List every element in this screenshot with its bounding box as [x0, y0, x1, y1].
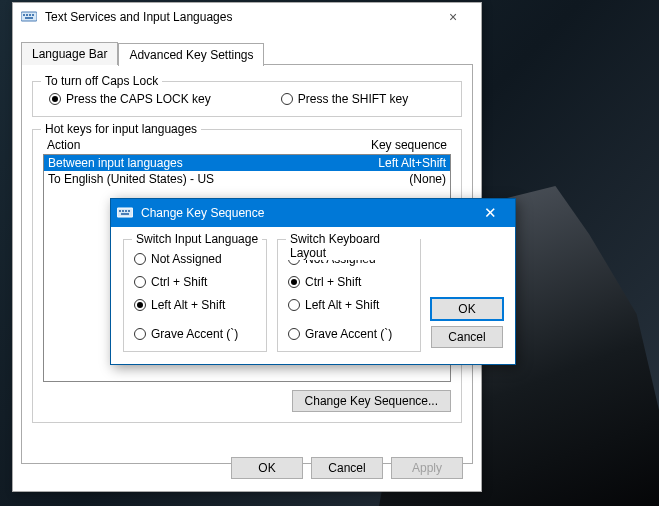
change-key-sequence-dialog: Change Key Sequence ✕ Switch Input Langu… [110, 198, 516, 365]
radio-label: Press the CAPS LOCK key [66, 92, 211, 106]
svg-rect-4 [32, 14, 34, 16]
radio-label: Left Alt + Shift [151, 298, 225, 312]
svg-rect-6 [117, 208, 133, 217]
radio-label: Ctrl + Shift [305, 275, 361, 289]
tab-strip: Language Bar Advanced Key Settings [21, 41, 473, 64]
radio-left-alt-shift[interactable]: Left Alt + Shift [288, 298, 410, 312]
button-label: Cancel [328, 461, 365, 475]
keyboard-icon [21, 9, 37, 25]
svg-rect-0 [21, 12, 37, 21]
tab-advanced-key-settings[interactable]: Advanced Key Settings [118, 43, 264, 66]
radio-icon [281, 93, 293, 105]
list-item-action: Between input languages [48, 156, 326, 170]
radio-icon [134, 253, 146, 265]
radio-ctrl-shift[interactable]: Ctrl + Shift [134, 275, 256, 289]
group-label: To turn off Caps Lock [41, 74, 162, 88]
cancel-button[interactable]: Cancel [431, 326, 503, 348]
modal-title: Change Key Sequence [141, 206, 471, 220]
tab-label: Language Bar [32, 47, 107, 61]
list-item-sequence: Left Alt+Shift [326, 156, 446, 170]
radio-icon [49, 93, 61, 105]
radio-icon [134, 276, 146, 288]
caps-lock-group: To turn off Caps Lock Press the CAPS LOC… [32, 81, 462, 117]
list-item[interactable]: Between input languages Left Alt+Shift [44, 155, 450, 171]
radio-icon [134, 299, 146, 311]
group-label: Hot keys for input languages [41, 122, 201, 136]
ok-button[interactable]: OK [231, 457, 303, 479]
svg-rect-1 [23, 14, 25, 16]
list-item-sequence: (None) [326, 172, 446, 186]
svg-rect-8 [122, 210, 124, 212]
radio-icon [288, 276, 300, 288]
radio-ctrl-shift[interactable]: Ctrl + Shift [288, 275, 410, 289]
keyboard-icon [117, 205, 133, 221]
radio-caps-lock[interactable]: Press the CAPS LOCK key [49, 92, 211, 106]
cancel-button[interactable]: Cancel [311, 457, 383, 479]
radio-icon [134, 328, 146, 340]
radio-left-alt-shift[interactable]: Left Alt + Shift [134, 298, 256, 312]
list-item[interactable]: To English (United States) - US (None) [44, 171, 450, 187]
svg-rect-11 [121, 213, 129, 215]
change-key-sequence-button[interactable]: Change Key Sequence... [292, 390, 451, 412]
radio-label: Left Alt + Shift [305, 298, 379, 312]
button-label: Cancel [448, 330, 485, 344]
svg-rect-5 [25, 17, 33, 19]
close-button[interactable]: ✕ [471, 204, 509, 222]
modal-title-bar: Change Key Sequence ✕ [111, 199, 515, 227]
radio-not-assigned[interactable]: Not Assigned [134, 252, 256, 266]
svg-rect-2 [26, 14, 28, 16]
svg-rect-3 [29, 14, 31, 16]
switch-input-language-group: Switch Input Language Not Assigned Ctrl … [123, 239, 267, 352]
column-header-sequence: Key sequence [327, 138, 447, 152]
ok-button[interactable]: OK [431, 298, 503, 320]
svg-rect-10 [128, 210, 130, 212]
radio-label: Grave Accent (`) [305, 327, 392, 341]
tab-label: Advanced Key Settings [129, 48, 253, 62]
column-header-action: Action [47, 138, 327, 152]
button-label: OK [458, 302, 475, 316]
list-item-action: To English (United States) - US [48, 172, 326, 186]
radio-grave-accent[interactable]: Grave Accent (`) [134, 327, 256, 341]
switch-keyboard-layout-group: Switch Keyboard Layout Not Assigned Ctrl… [277, 239, 421, 352]
title-bar: Text Services and Input Languages × [13, 3, 481, 31]
radio-label: Press the SHIFT key [298, 92, 408, 106]
svg-rect-7 [119, 210, 121, 212]
button-label: Change Key Sequence... [305, 394, 438, 408]
tab-language-bar[interactable]: Language Bar [21, 42, 118, 65]
group-label: Switch Input Language [132, 232, 262, 246]
svg-rect-9 [125, 210, 127, 212]
radio-grave-accent[interactable]: Grave Accent (`) [288, 327, 410, 341]
radio-shift-key[interactable]: Press the SHIFT key [281, 92, 408, 106]
radio-label: Not Assigned [151, 252, 222, 266]
close-button[interactable]: × [433, 9, 473, 25]
radio-label: Grave Accent (`) [151, 327, 238, 341]
group-label: Switch Keyboard Layout [286, 232, 420, 260]
radio-icon [288, 299, 300, 311]
radio-label: Ctrl + Shift [151, 275, 207, 289]
button-label: Apply [412, 461, 442, 475]
button-label: OK [258, 461, 275, 475]
radio-icon [288, 328, 300, 340]
dialog-title: Text Services and Input Languages [45, 10, 433, 24]
apply-button[interactable]: Apply [391, 457, 463, 479]
